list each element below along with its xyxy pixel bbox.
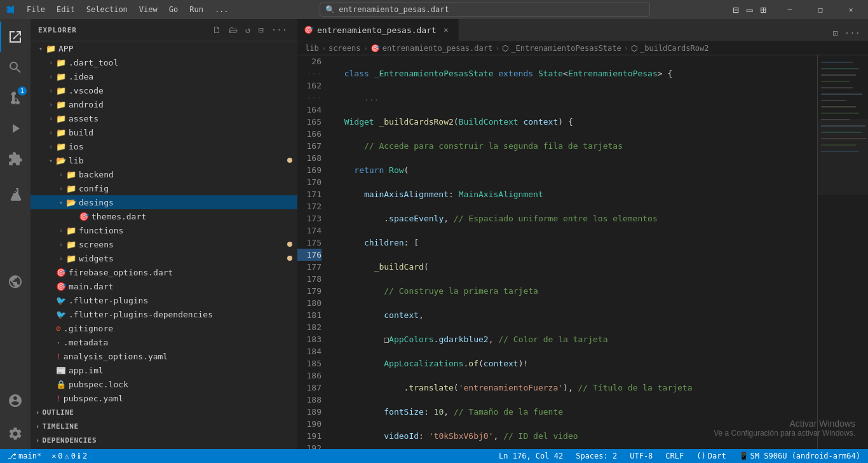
cursor-position-item[interactable]: Ln 176, Col 42 — [496, 449, 566, 463]
breadcrumb-filename[interactable]: entrenamiento_pesas.dart — [383, 44, 492, 53]
more-actions-button[interactable]: ··· — [269, 24, 290, 36]
arrow-down-icon: ▾ — [46, 157, 56, 164]
activity-explorer[interactable] — [0, 22, 31, 52]
arrow-right-icon: › — [56, 185, 66, 192]
activity-settings[interactable] — [0, 418, 31, 449]
code-line-165: mainAxisAlignment: MainAxisAlignment — [334, 188, 817, 200]
search-text: entrenamiento_pesas.dart — [339, 5, 449, 14]
tree-config[interactable]: › 📁 config — [31, 181, 297, 195]
svg-rect-4 — [821, 74, 856, 76]
pub-file-icon: 🔒 — [56, 380, 66, 389]
app-root-folder[interactable]: ▾ 📁 APP — [31, 41, 297, 55]
app-iml-label: app.iml — [69, 366, 104, 375]
arrow-right-icon: › — [56, 171, 66, 178]
arrow-right-icon: › — [46, 87, 56, 94]
layout-icon3[interactable]: ⊞ — [757, 1, 769, 18]
tree-pubspec-lock[interactable]: 🔒 pubspec.lock — [31, 377, 297, 391]
minimize-button[interactable]: ─ — [775, 0, 804, 19]
breadcrumb-lib[interactable]: lib — [305, 44, 319, 53]
menu-go[interactable]: Go — [164, 3, 183, 17]
activity-extensions[interactable] — [0, 144, 31, 174]
layout-icon2[interactable]: ▭ — [744, 1, 756, 18]
new-file-button[interactable]: 🗋 — [210, 24, 224, 36]
tree-build[interactable]: › 📁 build — [31, 125, 297, 139]
activity-source-control[interactable]: 1 — [0, 83, 31, 113]
tree-vscode[interactable]: › 📁 .vscode — [31, 83, 297, 97]
arrow-right-icon: › — [46, 73, 56, 80]
menu-more[interactable]: ... — [210, 3, 234, 17]
global-search-bar[interactable]: 🔍 entrenamiento_pesas.dart — [320, 3, 650, 17]
activity-search[interactable] — [0, 52, 31, 83]
arrow-right-icon: › — [46, 101, 56, 108]
menu-selection[interactable]: Selection — [81, 3, 133, 17]
tree-desings[interactable]: ▾ 📂 desings — [31, 195, 297, 209]
tree-metadata[interactable]: · .metadata — [31, 335, 297, 349]
encoding-item[interactable]: UTF-8 — [627, 449, 655, 463]
activity-remote[interactable] — [0, 266, 31, 297]
tree-themes-dart[interactable]: 🎯 themes.dart — [31, 209, 297, 223]
menu-run[interactable]: Run — [184, 3, 208, 17]
tree-widgets[interactable]: › 📁 widgets — [31, 251, 297, 265]
line-ending-label: CRLF — [665, 452, 684, 460]
refresh-button[interactable]: ↺ — [243, 24, 253, 36]
code-editor[interactable]: class _EntrenamientoPesasState extends S… — [329, 55, 817, 449]
tree-android[interactable]: › 📁 android — [31, 97, 297, 111]
outline-section-header[interactable]: › OUTLINE — [31, 405, 297, 419]
line-ending-item[interactable]: CRLF — [663, 449, 686, 463]
dart-file-icon: 🎯 — [79, 212, 89, 221]
tree-functions[interactable]: › 📁 functions — [31, 223, 297, 237]
tree-idea[interactable]: › 📁 .idea — [31, 69, 297, 83]
sidebar-content: ▾ 📁 APP › 📁 .dart_tool › 📁 .idea › 📁 .vs… — [31, 41, 297, 449]
tree-firebase-options[interactable]: 🎯 firebase_options.dart — [31, 265, 297, 279]
tree-pubspec-yaml[interactable]: ! pubspec.yaml — [31, 391, 297, 405]
dependencies-section-header[interactable]: › DEPENDENCIES — [31, 433, 297, 447]
tree-lib[interactable]: ▾ 📂 lib — [31, 153, 297, 167]
activity-run-debug[interactable] — [0, 113, 31, 144]
titlebar: ⧉ File Edit Selection View Go Run ... 🔍 … — [0, 0, 868, 19]
arrow-right-icon: › — [46, 129, 56, 136]
status-left: ⎇ main* ✕ 0 ⚠ 0 ℹ 2 — [5, 449, 90, 463]
tree-ios[interactable]: › 📁 ios — [31, 139, 297, 153]
git-branch-icon: ⎇ — [8, 452, 17, 460]
tree-analysis-options[interactable]: ! analysis_options.yaml — [31, 349, 297, 363]
tree-main-dart[interactable]: 🎯 main.dart — [31, 279, 297, 293]
tree-flutter-plugins-deps[interactable]: 🐦 .flutter-plugins-dependencies — [31, 307, 297, 321]
close-button[interactable]: ✕ — [836, 0, 865, 19]
tab-entrenamiento-pesas[interactable]: 🎯 entrenamiento_pesas.dart ✕ — [297, 19, 459, 41]
svg-rect-3 — [821, 68, 859, 69]
activity-testing[interactable] — [0, 179, 31, 210]
tab-close-button[interactable]: ✕ — [440, 24, 452, 36]
collapse-button[interactable]: ⊟ — [255, 24, 266, 36]
breadcrumb-method[interactable]: _buildCardsRow2 — [640, 44, 709, 53]
tree-dart-tool[interactable]: › 📁 .dart_tool — [31, 55, 297, 69]
tree-flutter-plugins[interactable]: 🐦 .flutter-plugins — [31, 293, 297, 307]
layout-icon[interactable]: ⊟ — [730, 1, 742, 18]
breadcrumb-class[interactable]: _EntrenamientoPesasState — [511, 44, 621, 53]
sidebar-header: EXPLORER 🗋 🗁 ↺ ⊟ ··· — [31, 19, 297, 41]
split-editor-button[interactable]: ⊡ — [830, 25, 840, 41]
menu-file[interactable]: File — [22, 3, 50, 17]
more-tab-actions-button[interactable]: ··· — [842, 25, 863, 41]
chevron-right-icon: › — [36, 437, 40, 444]
tree-app-iml[interactable]: 📰 app.iml — [31, 363, 297, 377]
new-folder-button[interactable]: 🗁 — [226, 24, 240, 36]
tree-assets[interactable]: › 📁 assets — [31, 111, 297, 125]
timeline-section-header[interactable]: › TIMELINE — [31, 419, 297, 433]
menu-edit[interactable]: Edit — [51, 3, 80, 17]
git-branch-item[interactable]: ⎇ main* — [5, 449, 44, 463]
indentation-item[interactable]: Spaces: 2 — [573, 449, 620, 463]
tree-screens[interactable]: › 📁 screens — [31, 237, 297, 251]
maximize-button[interactable]: □ — [806, 0, 835, 19]
ios-label: ios — [69, 142, 83, 151]
desings-label: desings — [79, 198, 114, 207]
errors-item[interactable]: ✕ 0 ⚠ 0 ℹ 2 — [49, 449, 90, 463]
menu-view[interactable]: View — [134, 3, 163, 17]
vscode-label: .vscode — [69, 86, 104, 95]
breadcrumb-screens[interactable]: screens — [329, 44, 361, 53]
tree-backend[interactable]: › 📁 backend — [31, 167, 297, 181]
device-item[interactable]: 📱 SM S906U (android-arm64) — [736, 449, 863, 463]
activity-accounts[interactable] — [0, 385, 31, 416]
folder-open-icon: 📂 — [56, 156, 66, 165]
language-item[interactable]: () Dart — [694, 449, 728, 463]
tree-gitignore[interactable]: ⊘ .gitignore — [31, 321, 297, 335]
